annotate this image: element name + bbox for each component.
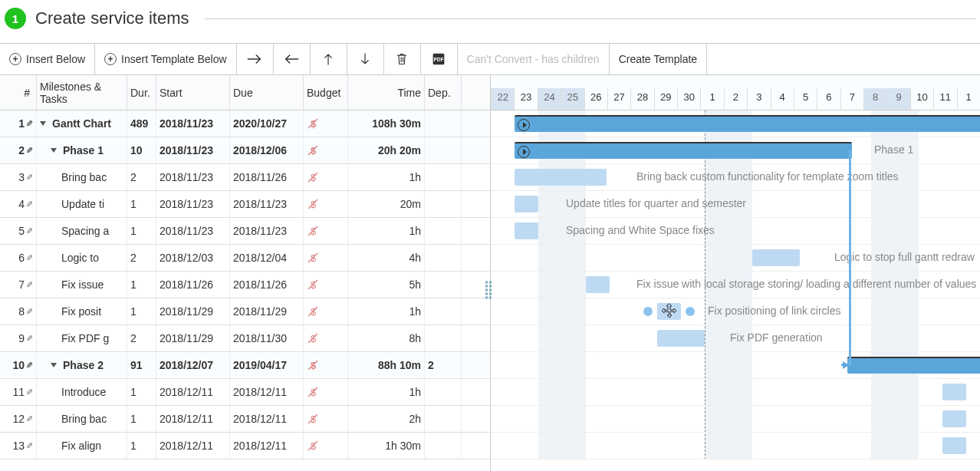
day-header[interactable]: 10 [910,88,933,110]
gantt-bar[interactable] [752,249,800,266]
timeline-header[interactable]: 22232425262728293012345678910111 [491,75,980,110]
day-header[interactable]: 23 [514,88,537,110]
row-number-cell[interactable]: 7✎ [0,272,37,298]
play-icon[interactable] [518,146,530,158]
due-cell[interactable]: 2018/12/11 [230,379,304,405]
task-name-cell[interactable]: Phase 2 [37,352,127,378]
row-number-cell[interactable]: 6✎ [0,245,37,271]
task-row[interactable]: 3✎Bring bac22018/11/232018/11/26$1h [0,164,490,191]
budget-cell[interactable]: $ [304,110,348,137]
time-cell[interactable]: 1h 30m [348,433,425,459]
duration-cell[interactable]: 2 [127,164,156,190]
dep-cell[interactable] [425,137,462,163]
task-name-cell[interactable]: Spacing a [37,218,127,244]
row-number-cell[interactable]: 8✎ [0,298,37,324]
insert-template-below-button[interactable]: + Insert Template Below [95,44,236,74]
due-cell[interactable]: 2019/04/17 [230,352,304,378]
gantt-bar[interactable] [515,115,980,132]
outdent-button[interactable] [237,44,274,74]
collapse-caret-icon[interactable] [40,121,46,126]
time-cell[interactable]: 4h [348,245,425,271]
row-number-cell[interactable]: 10✎ [0,352,37,378]
day-header[interactable]: 8 [863,88,886,110]
create-template-button[interactable]: Create Template [610,44,707,74]
due-cell[interactable]: 2020/10/27 [230,110,304,137]
due-cell[interactable]: 2018/12/11 [230,406,304,432]
start-cell[interactable]: 2018/11/23 [156,191,230,217]
col-milestones[interactable]: Milestones & Tasks [37,75,127,110]
row-number-cell[interactable]: 11✎ [0,379,37,405]
due-cell[interactable]: 2018/11/26 [230,272,304,298]
col-time[interactable]: Time [348,75,425,110]
col-start[interactable]: Start [156,75,230,110]
due-cell[interactable]: 2018/11/30 [230,325,304,351]
duration-cell[interactable]: 1 [127,379,156,405]
time-cell[interactable]: 20h 20m [348,137,425,163]
start-cell[interactable]: 2018/11/29 [156,325,230,351]
gantt-bar[interactable] [586,276,610,293]
budget-cell[interactable]: $ [304,352,348,378]
duration-cell[interactable]: 1 [127,191,156,217]
gantt-bar[interactable] [515,142,852,159]
dep-cell[interactable] [425,245,462,271]
day-header[interactable]: 1 [700,88,723,110]
start-cell[interactable]: 2018/12/07 [156,352,230,378]
day-header[interactable]: 27 [607,88,630,110]
play-icon[interactable] [518,119,530,131]
duration-cell[interactable]: 1 [127,272,156,298]
task-name-cell[interactable]: Logic to [37,245,127,271]
day-header[interactable]: 11 [933,88,956,110]
dep-cell[interactable] [425,325,462,351]
task-name-cell[interactable]: Fix issue [37,272,127,298]
duration-cell[interactable]: 2 [127,245,156,271]
gantt-bar[interactable] [942,410,966,427]
due-cell[interactable]: 2018/11/26 [230,164,304,190]
dep-cell[interactable] [425,298,462,324]
start-cell[interactable]: 2018/12/03 [156,245,230,271]
task-row[interactable]: 4✎Update ti12018/11/232018/11/23$20m [0,191,490,218]
budget-cell[interactable]: $ [304,245,348,271]
indent-button[interactable] [274,44,311,74]
start-cell[interactable]: 2018/12/11 [156,433,230,459]
gantt-bar[interactable] [657,330,705,347]
start-cell[interactable]: 2018/11/23 [156,110,230,137]
duration-cell[interactable]: 91 [127,352,156,378]
time-cell[interactable]: 88h 10m [348,352,425,378]
row-number-cell[interactable]: 5✎ [0,218,37,244]
budget-cell[interactable]: $ [304,433,348,459]
time-cell[interactable]: 8h [348,325,425,351]
time-cell[interactable]: 5h [348,272,425,298]
dep-cell[interactable] [425,379,462,405]
gantt-row[interactable]: Bring back custom functionality for temp… [491,164,980,191]
budget-cell[interactable]: $ [304,137,348,163]
gantt-row[interactable] [491,433,980,459]
row-number-cell[interactable]: 13✎ [0,433,37,459]
dep-cell[interactable] [425,272,462,298]
due-cell[interactable]: 2018/12/06 [230,137,304,163]
task-row[interactable]: 11✎Introduce12018/12/112018/12/11$1h [0,379,490,406]
task-row[interactable]: 8✎Fix posit12018/11/292018/11/29$1h [0,298,490,325]
due-cell[interactable]: 2018/11/29 [230,298,304,324]
dep-cell[interactable] [425,406,462,432]
time-cell[interactable]: 1h [348,164,425,190]
budget-cell[interactable]: $ [304,379,348,405]
collapse-caret-icon[interactable] [51,363,57,367]
start-cell[interactable]: 2018/11/23 [156,164,230,190]
day-header[interactable]: 24 [538,88,561,110]
task-name-cell[interactable]: Fix align [37,433,127,459]
budget-cell[interactable]: $ [304,218,348,244]
day-header[interactable]: 1 [957,88,980,110]
day-header[interactable]: 3 [747,88,770,110]
duration-cell[interactable]: 10 [127,137,156,163]
gantt-bar[interactable] [515,222,538,239]
row-number-cell[interactable]: 12✎ [0,406,37,432]
dep-cell[interactable] [425,433,462,459]
start-cell[interactable]: 2018/11/26 [156,272,230,298]
row-number-cell[interactable]: 2✎ [0,137,37,163]
day-header[interactable]: 30 [677,88,700,110]
day-header[interactable]: 6 [817,88,840,110]
duration-cell[interactable]: 1 [127,433,156,459]
duration-cell[interactable]: 1 [127,298,156,324]
task-row[interactable]: 12✎Bring bac12018/12/112018/12/11$2h [0,406,490,433]
duration-cell[interactable]: 2 [127,325,156,351]
